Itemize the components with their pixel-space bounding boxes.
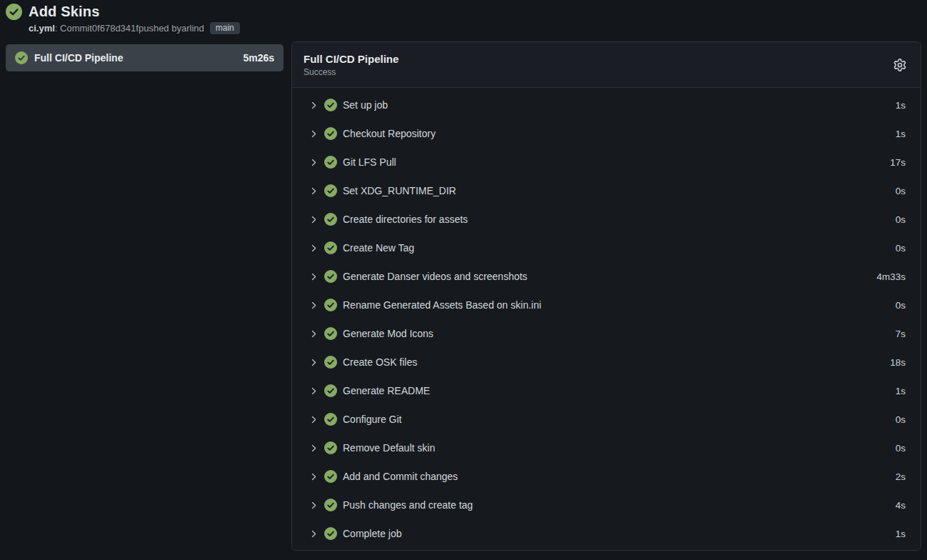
step-row[interactable]: Remove Default skin 0s — [292, 434, 921, 462]
step-row[interactable]: Set up job 1s — [292, 91, 921, 119]
step-row[interactable]: Create OSK files 18s — [292, 348, 921, 376]
step-duration: 1s — [896, 529, 906, 539]
run-header: Add Skins ci.yml: Commit 0f678d341f push… — [6, 4, 240, 34]
job-panel-title: Full CI/CD Pipeline — [304, 53, 399, 65]
step-row[interactable]: Generate Danser videos and screenshots 4… — [292, 262, 921, 291]
chevron-right-icon[interactable] — [309, 186, 319, 196]
step-row[interactable]: Rename Generated Assets Based on skin.in… — [292, 291, 921, 319]
chevron-right-icon[interactable] — [309, 501, 319, 510]
step-duration: 4m33s — [876, 271, 906, 282]
step-row[interactable]: Generate README 1s — [292, 376, 921, 405]
run-subtitle: ci.yml: Commit 0f678d341f pushed by arli… — [29, 22, 240, 34]
step-duration: 0s — [896, 414, 906, 425]
commit-prefix-text: : Commit — [55, 23, 92, 34]
step-name: Set XDG_RUNTIME_DIR — [343, 185, 456, 196]
chevron-right-icon[interactable] — [309, 386, 319, 396]
step-duration: 7s — [896, 329, 906, 339]
step-status-success-icon — [324, 356, 337, 369]
commit-actor-link[interactable]: arlind — [181, 23, 204, 34]
step-name: Add and Commit changes — [343, 471, 458, 482]
step-duration: 18s — [890, 357, 906, 368]
step-status-success-icon — [324, 441, 337, 454]
step-row[interactable]: Generate Mod Icons 7s — [292, 319, 921, 348]
run-status-success-icon — [6, 4, 22, 20]
chevron-right-icon[interactable] — [309, 129, 319, 139]
step-name: Create directories for assets — [343, 214, 468, 225]
step-name: Rename Generated Assets Based on skin.in… — [343, 299, 541, 311]
step-row[interactable]: Git LFS Pull 17s — [292, 148, 921, 176]
branch-badge[interactable]: main — [210, 22, 240, 34]
step-row[interactable]: Push changes and create tag 4s — [292, 491, 921, 519]
step-duration: 17s — [890, 157, 906, 168]
steps-list: Set up job 1s Checkout Repository 1s — [292, 88, 921, 551]
commit-middle-text: pushed by — [139, 23, 181, 34]
chevron-right-icon[interactable] — [309, 244, 319, 253]
chevron-right-icon[interactable] — [309, 272, 319, 281]
chevron-right-icon[interactable] — [309, 415, 319, 424]
chevron-right-icon[interactable] — [309, 101, 319, 110]
chevron-right-icon[interactable] — [309, 358, 319, 367]
chevron-right-icon[interactable] — [309, 444, 319, 453]
job-detail-panel: Full CI/CD Pipeline Success — [291, 41, 921, 551]
workflow-file-link[interactable]: ci.yml — [29, 23, 55, 34]
step-row[interactable]: Set XDG_RUNTIME_DIR 0s — [292, 176, 921, 205]
commit-sha-link[interactable]: 0f678d341f — [92, 23, 139, 34]
job-panel-header: Full CI/CD Pipeline Success — [292, 42, 921, 88]
step-status-success-icon — [324, 384, 337, 397]
step-status-success-icon — [324, 413, 337, 426]
step-status-success-icon — [324, 499, 337, 511]
step-name: Generate README — [343, 385, 430, 396]
job-name: Full CI/CD Pipeline — [34, 52, 123, 64]
step-row[interactable]: Complete job 1s — [292, 519, 921, 548]
job-status-success-icon — [15, 51, 28, 64]
step-status-success-icon — [324, 213, 337, 226]
step-duration: 1s — [896, 129, 906, 139]
job-panel-status: Success — [304, 67, 399, 77]
job-duration: 5m26s — [243, 52, 274, 64]
step-name: Configure Git — [343, 414, 401, 425]
run-title-row: Add Skins — [6, 4, 240, 20]
step-status-success-icon — [324, 527, 337, 540]
gear-icon[interactable] — [891, 56, 909, 74]
step-status-success-icon — [324, 241, 337, 254]
step-duration: 0s — [896, 243, 906, 254]
sidebar-job-full-ci-cd-pipeline[interactable]: Full CI/CD Pipeline 5m26s — [6, 44, 284, 71]
step-row[interactable]: Create directories for assets 0s — [292, 205, 921, 234]
step-duration: 1s — [896, 386, 906, 396]
chevron-right-icon[interactable] — [309, 158, 319, 167]
step-name: Create OSK files — [343, 356, 417, 368]
step-duration: 2s — [896, 471, 906, 482]
step-name: Create New Tag — [343, 242, 414, 254]
step-row[interactable]: Create New Tag 0s — [292, 234, 921, 262]
chevron-right-icon[interactable] — [309, 529, 319, 539]
step-name: Set up job — [343, 99, 388, 111]
step-status-success-icon — [324, 327, 337, 340]
step-name: Checkout Repository — [343, 128, 436, 139]
step-status-success-icon — [324, 156, 337, 169]
chevron-right-icon[interactable] — [309, 329, 319, 339]
step-duration: 0s — [896, 186, 906, 196]
step-duration: 0s — [896, 214, 906, 225]
chevron-right-icon[interactable] — [309, 215, 319, 224]
step-status-success-icon — [324, 470, 337, 483]
step-name: Remove Default skin — [343, 442, 435, 454]
step-name: Push changes and create tag — [343, 499, 473, 511]
step-duration: 4s — [896, 500, 906, 511]
chevron-right-icon[interactable] — [309, 472, 319, 481]
step-row[interactable]: Checkout Repository 1s — [292, 119, 921, 148]
step-row[interactable]: Add and Commit changes 2s — [292, 462, 921, 491]
chevron-right-icon[interactable] — [309, 301, 319, 310]
step-duration: 0s — [896, 443, 906, 454]
step-status-success-icon — [324, 184, 337, 197]
step-status-success-icon — [324, 99, 337, 111]
step-name: Generate Mod Icons — [343, 328, 434, 339]
jobs-sidebar: Full CI/CD Pipeline 5m26s — [6, 44, 284, 71]
step-name: Git LFS Pull — [343, 156, 396, 168]
step-status-success-icon — [324, 299, 337, 311]
step-status-success-icon — [324, 270, 337, 283]
step-name: Complete job — [343, 528, 402, 539]
run-title: Add Skins — [29, 4, 100, 20]
step-duration: 0s — [896, 300, 906, 311]
step-status-success-icon — [324, 127, 337, 140]
step-row[interactable]: Configure Git 0s — [292, 405, 921, 434]
